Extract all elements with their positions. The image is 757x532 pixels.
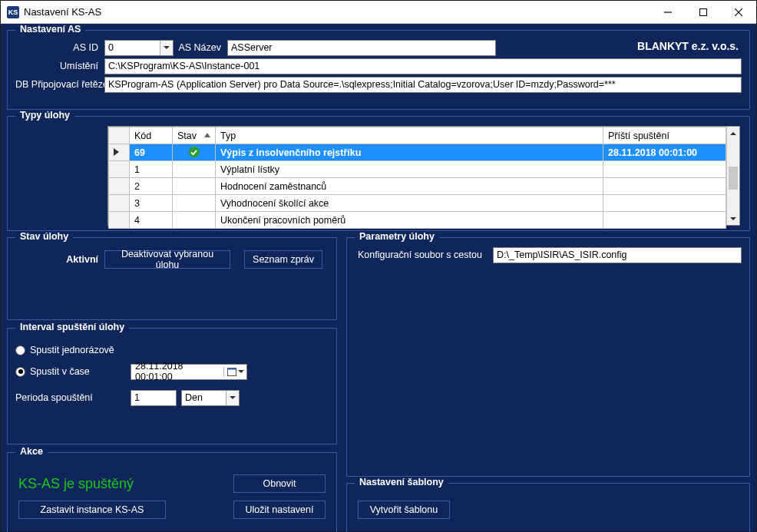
group-task-types: Typy úlohy Kód Stav Typ Příští spuštění [7,116,750,231]
scroll-down-icon[interactable] [727,212,739,225]
sort-asc-icon [204,133,210,137]
scroll-up-icon[interactable] [727,127,739,140]
cell-next [603,161,726,178]
group-title-status: Stav úlohy [15,231,73,242]
cell-typ: Hodnocení zaměstnanců [216,178,603,195]
combo-period-unit-value: Den [182,392,226,403]
table-row[interactable]: 1Výplatní lístky [109,161,726,178]
row-header [109,178,130,195]
input-config-file[interactable] [493,247,742,263]
table-row[interactable]: 69Výpis z insolvenčního rejstříku28.11.2… [109,144,726,161]
label-location: Umístění [15,61,104,71]
cell-kod: 1 [130,161,173,178]
stop-instance-button[interactable]: Zastavit instance KS-AS [18,501,166,519]
company-label: BLANKYT e.z. v.o.s. [637,40,739,52]
grid-tasks[interactable]: Kód Stav Typ Příští spuštění 69Výpis z i… [107,126,740,226]
table-row[interactable]: 3Vyhodnocení školící akce [109,195,726,212]
close-button[interactable] [721,1,756,24]
cell-typ: Výplatní lístky [216,161,603,178]
combo-as-id[interactable]: 0 [104,40,174,56]
window: KS Nastavení KS-AS Nastavení AS AS ID 0 [0,0,757,532]
col-header-typ[interactable]: Typ [216,127,603,144]
cell-kod: 2 [130,178,173,195]
group-template: Nastavení šablony Vytvořit šablonu [346,483,750,532]
cell-next [603,212,726,229]
input-db[interactable] [104,77,742,93]
cell-kod: 69 [130,144,173,161]
status-ok-icon [189,147,200,157]
label-db: DB Připojovací řetězec [15,79,104,90]
chevron-down-icon [226,391,239,405]
create-template-button[interactable]: Vytvořit šablonu [358,501,450,519]
input-period-value[interactable] [131,390,177,406]
group-interval: Interval spuštění úlohy Spustit jednoráz… [7,328,337,444]
row-header [109,195,130,212]
cell-next [603,178,726,195]
refresh-button[interactable]: Obnovit [233,474,326,493]
cell-typ: Ukončení pracovních poměrů [216,212,603,229]
combo-period-unit[interactable]: Den [181,390,240,406]
chevron-down-icon [160,41,173,55]
cell-typ: Výpis z insolvenčního rejstříku [216,144,603,161]
radio-at-time-label: Spustit v čase [30,366,90,377]
group-title-types: Typy úlohy [15,110,74,121]
combo-as-id-value: 0 [105,42,160,53]
radio-icon [15,345,25,355]
grid-corner [109,127,130,144]
window-title: Nastavení KS-AS [24,6,101,18]
radio-once-label: Spustit jednorázově [30,345,114,355]
group-params: Parametry úlohy Konfigurační soubor s ce… [346,237,750,477]
row-header [109,212,130,229]
radio-once[interactable]: Spustit jednorázově [15,345,114,355]
cell-stav [173,195,216,212]
label-active: Aktivní [15,254,104,265]
group-as-settings: Nastavení AS AS ID 0 AS Název BLANKYT e.… [7,30,750,110]
cell-next [603,195,726,212]
minimize-button[interactable] [650,1,686,24]
row-header [109,144,130,161]
table-row[interactable]: 4Ukončení pracovních poměrů [109,212,726,229]
svg-rect-2 [227,368,236,370]
datetime-value: 28.11.2018 00:01:00 [131,361,223,382]
row-indicator-icon [114,148,119,156]
radio-at-time[interactable]: Spustit v čase [15,366,131,377]
group-title-template: Nastavení šablony [355,477,448,487]
save-settings-button[interactable]: Uložit nastavení [233,501,326,519]
cell-typ: Vyhodnocení školící akce [216,195,603,212]
input-location[interactable] [104,58,742,74]
running-status: KS-AS je spuštěný [18,476,134,492]
scroll-thumb[interactable] [729,167,738,190]
datetime-picker[interactable]: 28.11.2018 00:01:00 [131,364,247,380]
label-config-file: Konfigurační soubor s cestou [355,249,493,260]
row-location: Umístění [15,58,742,74]
table-row[interactable]: 2Hodnocení zaměstnanců [109,178,726,195]
chevron-down-icon [238,368,244,375]
col-header-next[interactable]: Příští spuštění [603,127,726,144]
group-title-as: Nastavení AS [15,24,85,35]
cell-stav [173,144,216,161]
row-header [109,161,130,178]
radio-icon [15,367,25,377]
input-as-name[interactable] [227,40,496,56]
cell-stav [173,178,216,195]
row-as-id: AS ID 0 AS Název [15,40,742,55]
maximize-button[interactable] [686,1,721,24]
deactivate-button[interactable]: Deaktivovat vybranou úlohu [104,250,230,269]
cell-next: 28.11.2018 00:01:00 [603,144,726,161]
svg-rect-0 [700,8,707,15]
cell-kod: 4 [130,212,173,229]
messages-button[interactable]: Seznam zpráv [244,250,322,269]
cell-stav [173,212,216,229]
cell-stav [173,161,216,178]
col-header-stav[interactable]: Stav [173,127,216,144]
group-task-status: Stav úlohy Aktivní Deaktivovat vybranou … [7,237,337,320]
grid-scrollbar[interactable] [726,127,739,225]
label-as-name: AS Název [174,42,227,53]
group-title-params: Parametry úlohy [355,231,439,242]
group-title-interval: Interval spuštění úlohy [15,322,129,332]
row-db: DB Připojovací řetězec [15,77,742,92]
label-period: Perioda spouštění [15,392,131,403]
col-header-kod[interactable]: Kód [130,127,173,144]
app-icon: KS [7,6,19,18]
group-title-actions: Akce [15,446,48,457]
